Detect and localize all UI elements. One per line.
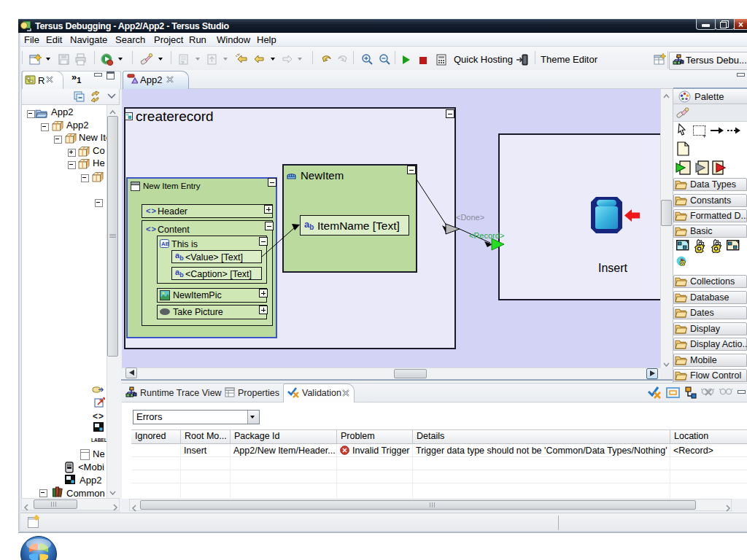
svg-text:<Record>: <Record> <box>469 231 504 240</box>
svg-text:<Done>: <Done> <box>456 213 484 222</box>
